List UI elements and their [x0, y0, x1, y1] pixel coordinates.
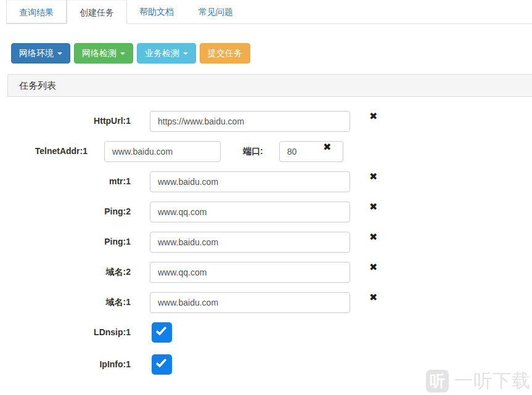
caret-down-icon — [57, 52, 62, 55]
ldnsip-checkbox-checked[interactable] — [152, 322, 172, 343]
task-row-telnetaddr: TelnetAddr:1 端口: ✖ — [0, 141, 532, 162]
field-label: TelnetAddr:1 — [0, 141, 88, 156]
watermark-text: 一听下载 — [454, 369, 531, 394]
task-row-ping2: Ping:2 ✖ — [0, 202, 532, 222]
network-check-dropdown-button[interactable]: 网络检测 — [74, 43, 133, 63]
tab-bar: 查询结果 创建任务 帮助文档 常见问题 — [6, 0, 532, 24]
domain1-input[interactable] — [150, 292, 350, 313]
business-check-dropdown-button[interactable]: 业务检测 — [137, 43, 196, 63]
field-label: LDnsip:1 — [0, 322, 131, 337]
telnet-host-input[interactable] — [104, 141, 221, 162]
remove-task-icon[interactable]: ✖ — [369, 232, 377, 242]
telnet-port-input[interactable] — [279, 141, 343, 162]
task-row-domain1: 域名:1 ✖ — [0, 292, 532, 313]
task-list-panel-heading: 任务列表 — [7, 74, 532, 97]
task-row-mtr: mtr:1 ✖ — [0, 171, 532, 192]
field-label: mtr:1 — [0, 171, 131, 186]
domain2-input[interactable] — [150, 262, 350, 283]
yiting-logo-icon: 听 — [426, 370, 449, 393]
network-env-dropdown-button[interactable]: 网络环境 — [11, 43, 70, 63]
submit-task-button[interactable]: 提交任务 — [200, 43, 250, 63]
field-label: IpInfo:1 — [0, 354, 131, 369]
caret-down-icon — [183, 52, 188, 55]
remove-task-icon[interactable]: ✖ — [369, 202, 377, 212]
task-row-httpurl: HttpUrl:1 ✖ — [0, 111, 532, 132]
remove-task-icon[interactable]: ✖ — [323, 142, 331, 152]
task-form: HttpUrl:1 ✖ TelnetAddr:1 端口: ✖ mtr:1 ✖ P… — [0, 111, 532, 375]
toolbar: 网络环境 网络检测 业务检测 提交任务 — [11, 43, 532, 63]
field-label: Ping:2 — [0, 202, 131, 216]
ipinfo-checkbox-checked[interactable] — [152, 354, 172, 375]
checkmark-icon — [155, 356, 166, 368]
ping2-input[interactable] — [150, 202, 350, 222]
tab-query-results[interactable]: 查询结果 — [6, 0, 67, 23]
field-label: 域名:2 — [0, 262, 131, 278]
task-row-domain2: 域名:2 ✖ — [0, 262, 532, 283]
task-row-ldnsip: LDnsip:1 — [0, 322, 532, 343]
httpurl-input[interactable] — [150, 111, 350, 132]
checkmark-icon — [155, 324, 166, 336]
mtr-input[interactable] — [150, 171, 350, 192]
caret-down-icon — [120, 52, 125, 55]
field-label: Ping:1 — [0, 232, 131, 246]
remove-task-icon[interactable]: ✖ — [369, 263, 377, 272]
field-label: HttpUrl:1 — [0, 111, 131, 126]
submit-task-label: 提交任务 — [208, 48, 242, 59]
network-check-label: 网络检测 — [82, 48, 117, 59]
field-label: 域名:1 — [0, 292, 131, 308]
remove-task-icon[interactable]: ✖ — [369, 293, 377, 303]
remove-task-icon[interactable]: ✖ — [369, 112, 377, 121]
panel-title: 任务列表 — [19, 80, 56, 91]
ping1-input[interactable] — [150, 232, 350, 253]
remove-task-icon[interactable]: ✖ — [369, 172, 377, 182]
task-row-ping1: Ping:1 ✖ — [0, 232, 532, 253]
tab-faq[interactable]: 常见问题 — [186, 0, 245, 23]
network-env-label: 网络环境 — [19, 48, 54, 59]
port-label: 端口: — [243, 141, 263, 157]
tab-create-task[interactable]: 创建任务 — [67, 0, 127, 24]
tab-help-docs[interactable]: 帮助文档 — [127, 0, 186, 23]
business-check-label: 业务检测 — [145, 48, 179, 59]
watermark: 听 一听下载 — [426, 369, 531, 394]
